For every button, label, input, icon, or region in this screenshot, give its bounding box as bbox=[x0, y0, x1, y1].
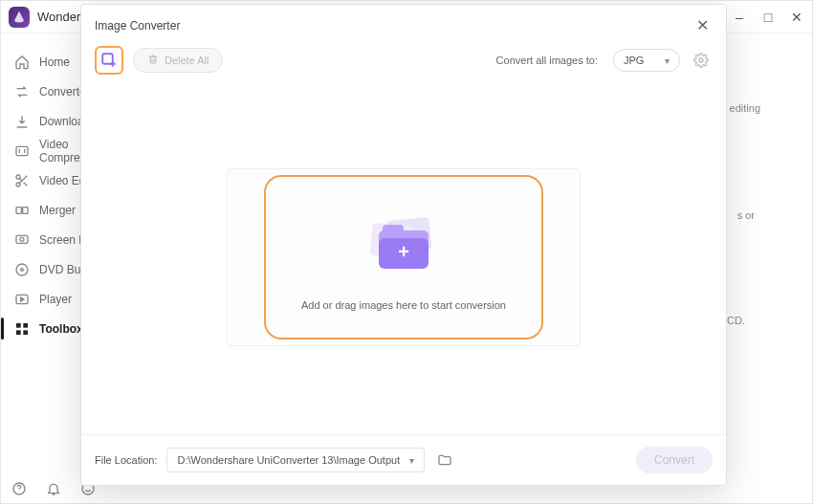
svg-rect-3 bbox=[16, 207, 21, 213]
convert-all-label: Convert all images to: bbox=[496, 55, 598, 66]
delete-all-button[interactable]: Delete All bbox=[133, 48, 223, 73]
scissors-icon bbox=[14, 173, 30, 188]
svg-rect-11 bbox=[23, 323, 28, 328]
record-icon bbox=[14, 232, 30, 248]
add-folder-icon bbox=[365, 217, 442, 274]
sidebar-label: Player bbox=[39, 293, 72, 306]
format-value: JPG bbox=[624, 55, 644, 66]
window-controls: – □ ✕ bbox=[732, 10, 804, 25]
file-location-label: File Location: bbox=[95, 454, 157, 466]
add-image-button[interactable] bbox=[95, 46, 123, 75]
dialog-footer: File Location: D:\Wondershare UniConvert… bbox=[81, 434, 726, 485]
dialog-title: Image Converter bbox=[95, 19, 180, 33]
drop-area: Add or drag images here to start convers… bbox=[227, 168, 581, 346]
close-window-button[interactable]: ✕ bbox=[789, 10, 804, 25]
home-icon bbox=[14, 55, 30, 70]
app-logo-icon bbox=[9, 7, 30, 28]
svg-rect-16 bbox=[102, 54, 113, 64]
sidebar-label: Merger bbox=[39, 204, 76, 217]
output-format-select[interactable]: JPG bbox=[613, 49, 680, 72]
svg-rect-5 bbox=[16, 235, 28, 243]
converter-icon bbox=[14, 84, 30, 99]
help-icon[interactable] bbox=[11, 480, 28, 497]
dialog-header: Image Converter ✕ bbox=[81, 5, 726, 38]
svg-rect-4 bbox=[23, 207, 28, 213]
trash-icon bbox=[147, 54, 159, 67]
svg-rect-12 bbox=[16, 330, 21, 335]
convert-button[interactable]: Convert bbox=[636, 447, 713, 473]
dialog-toolbar: Delete All Convert all images to: JPG bbox=[81, 38, 726, 82]
svg-point-17 bbox=[699, 58, 703, 62]
svg-rect-0 bbox=[16, 146, 28, 155]
svg-point-1 bbox=[16, 175, 20, 179]
background-text: CD. bbox=[727, 315, 745, 326]
compress-icon bbox=[14, 143, 30, 159]
svg-point-8 bbox=[21, 268, 24, 271]
bell-icon[interactable] bbox=[45, 480, 62, 497]
svg-rect-13 bbox=[23, 330, 28, 335]
svg-point-6 bbox=[20, 237, 24, 241]
sidebar-label: Home bbox=[39, 55, 70, 69]
merger-icon bbox=[14, 203, 30, 218]
minimize-button[interactable]: – bbox=[732, 10, 747, 25]
drop-zone[interactable]: Add or drag images here to start convers… bbox=[264, 175, 543, 340]
download-icon bbox=[14, 114, 30, 129]
chevron-down-icon bbox=[409, 455, 414, 466]
disc-icon bbox=[14, 262, 30, 277]
convert-label: Convert bbox=[654, 453, 694, 467]
svg-rect-10 bbox=[16, 323, 21, 328]
file-location-select[interactable]: D:\Wondershare UniConverter 13\Image Out… bbox=[166, 448, 425, 472]
background-text: editing bbox=[730, 102, 760, 114]
chevron-down-icon bbox=[665, 55, 670, 66]
toolbox-icon bbox=[14, 321, 30, 337]
svg-point-7 bbox=[16, 264, 28, 275]
image-converter-dialog: Image Converter ✕ Delete All Convert all… bbox=[80, 4, 727, 486]
svg-point-2 bbox=[16, 183, 20, 186]
file-location-value: D:\Wondershare UniConverter 13\Image Out… bbox=[177, 454, 400, 466]
drop-text: Add or drag images here to start convers… bbox=[301, 299, 506, 311]
play-icon bbox=[14, 292, 30, 307]
close-dialog-button[interactable]: ✕ bbox=[692, 12, 713, 38]
open-folder-button[interactable] bbox=[432, 448, 457, 472]
delete-all-label: Delete All bbox=[165, 55, 209, 66]
output-settings-button[interactable] bbox=[690, 49, 713, 72]
maximize-button[interactable]: □ bbox=[760, 10, 776, 25]
background-text: s or bbox=[737, 209, 755, 221]
sidebar-label: Toolbox bbox=[39, 322, 83, 336]
